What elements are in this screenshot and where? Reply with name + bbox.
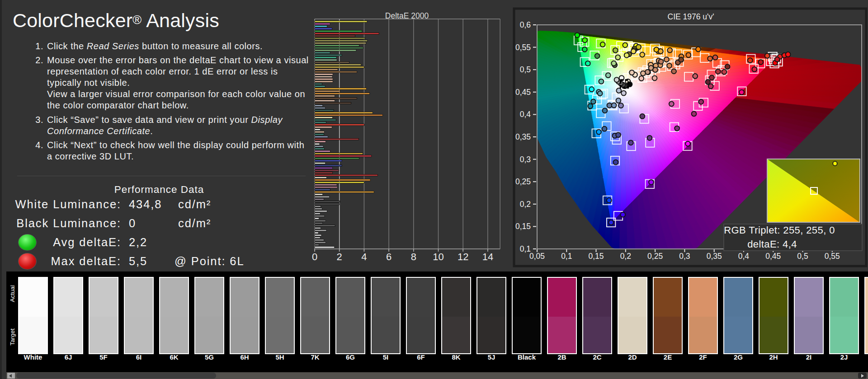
svg-text:0,5: 0,5 xyxy=(797,252,808,261)
svg-text:0,55: 0,55 xyxy=(515,43,531,52)
svg-text:0,6: 0,6 xyxy=(520,20,531,29)
svg-text:0,3: 0,3 xyxy=(520,155,531,164)
svg-text:0,35: 0,35 xyxy=(515,132,531,141)
svg-text:0,1: 0,1 xyxy=(561,252,572,261)
svg-text:0,2: 0,2 xyxy=(520,200,531,209)
svg-text:0,05: 0,05 xyxy=(529,252,545,261)
svg-text:0,25: 0,25 xyxy=(515,177,531,186)
svg-text:0,4: 0,4 xyxy=(520,110,531,119)
svg-text:0,5: 0,5 xyxy=(520,65,531,74)
svg-text:0,35: 0,35 xyxy=(707,252,722,261)
svg-text:RGB Triplet: 255, 255, 0: RGB Triplet: 255, 255, 0 xyxy=(724,225,835,236)
svg-text:deltaE: 4,4: deltaE: 4,4 xyxy=(747,239,797,250)
svg-text:0,55: 0,55 xyxy=(825,252,840,261)
svg-text:0,25: 0,25 xyxy=(647,252,663,261)
svg-text:0,2: 0,2 xyxy=(620,252,631,261)
svg-text:0,4: 0,4 xyxy=(738,252,750,261)
svg-text:0,15: 0,15 xyxy=(515,222,531,231)
svg-text:0,45: 0,45 xyxy=(515,88,531,97)
svg-text:0,45: 0,45 xyxy=(765,252,781,261)
svg-text:0,3: 0,3 xyxy=(679,252,690,261)
svg-text:0,15: 0,15 xyxy=(588,252,604,261)
svg-text:CIE 1976 u'v': CIE 1976 u'v' xyxy=(668,12,714,21)
